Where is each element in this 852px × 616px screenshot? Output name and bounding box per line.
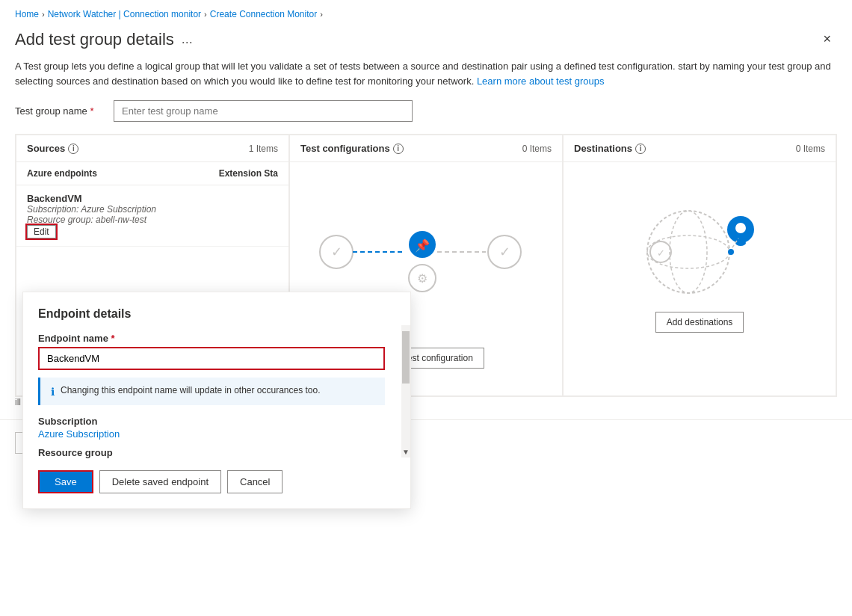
info-message-text: Changing this endpoint name will update … [61,385,321,395]
popup-scrollbar-thumb [402,331,410,384]
popup-overlay: ▼ Endpoint details Endpoint name * ℹ Cha… [0,0,852,616]
popup-info-box: ℹ Changing this endpoint name will updat… [38,378,385,405]
info-icon: ℹ [51,386,55,398]
popup-delete-button[interactable]: Delete saved endpoint [99,470,221,493]
popup-title: Endpoint details [38,307,385,321]
popup-endpoint-input[interactable] [38,347,385,370]
scroll-down-arrow: ▼ [402,448,410,456]
popup-subscription-value: Azure Subscription [38,428,385,440]
popup-scrollbar[interactable]: ▼ [401,325,410,458]
popup-required-marker: * [111,333,115,344]
popup-save-button[interactable]: Save [38,470,93,493]
popup-endpoint-label: Endpoint name * [38,333,385,344]
popup-footer: Save Delete saved endpoint Cancel [38,470,395,493]
popup-cancel-button[interactable]: Cancel [227,470,283,493]
endpoint-details-popup: ▼ Endpoint details Endpoint name * ℹ Cha… [22,292,411,509]
popup-resource-group-label: Resource group [38,447,385,458]
popup-subscription-label: Subscription [38,416,385,427]
